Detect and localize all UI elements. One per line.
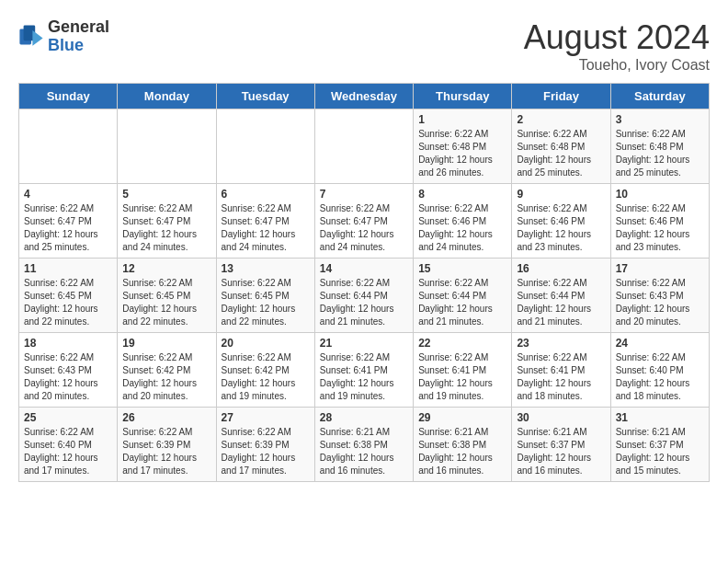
calendar-week-4: 18Sunrise: 6:22 AM Sunset: 6:43 PM Dayli… bbox=[19, 333, 710, 408]
month-year: August 2024 bbox=[524, 18, 710, 57]
day-number: 6 bbox=[222, 188, 310, 201]
calendar-cell: 23Sunrise: 6:22 AM Sunset: 6:41 PM Dayli… bbox=[512, 333, 610, 408]
logo-general: General bbox=[48, 18, 109, 37]
day-number: 12 bbox=[122, 262, 210, 275]
logo: General Blue bbox=[18, 18, 109, 55]
calendar-cell: 7Sunrise: 6:22 AM Sunset: 6:47 PM Daylig… bbox=[314, 184, 413, 259]
calendar-cell: 27Sunrise: 6:22 AM Sunset: 6:39 PM Dayli… bbox=[216, 408, 314, 482]
day-number: 30 bbox=[517, 411, 605, 424]
day-info: Sunrise: 6:22 AM Sunset: 6:40 PM Dayligh… bbox=[616, 351, 704, 403]
location: Toueho, Ivory Coast bbox=[524, 57, 710, 74]
day-header-friday: Friday bbox=[512, 84, 610, 109]
day-info: Sunrise: 6:22 AM Sunset: 6:45 PM Dayligh… bbox=[222, 277, 310, 328]
day-number: 11 bbox=[24, 262, 112, 275]
day-info: Sunrise: 6:22 AM Sunset: 6:47 PM Dayligh… bbox=[222, 202, 310, 254]
calendar-cell: 12Sunrise: 6:22 AM Sunset: 6:45 PM Dayli… bbox=[118, 259, 216, 333]
day-info: Sunrise: 6:22 AM Sunset: 6:41 PM Dayligh… bbox=[418, 351, 506, 403]
calendar-cell: 18Sunrise: 6:22 AM Sunset: 6:43 PM Dayli… bbox=[19, 333, 118, 408]
day-number: 17 bbox=[616, 262, 704, 275]
day-number: 9 bbox=[517, 188, 605, 201]
day-info: Sunrise: 6:22 AM Sunset: 6:46 PM Dayligh… bbox=[418, 202, 506, 254]
day-header-sunday: Sunday bbox=[19, 84, 118, 109]
calendar-cell: 16Sunrise: 6:22 AM Sunset: 6:44 PM Dayli… bbox=[512, 259, 610, 333]
calendar-cell: 28Sunrise: 6:21 AM Sunset: 6:38 PM Dayli… bbox=[314, 408, 413, 482]
day-info: Sunrise: 6:22 AM Sunset: 6:41 PM Dayligh… bbox=[517, 351, 605, 403]
day-info: Sunrise: 6:22 AM Sunset: 6:48 PM Dayligh… bbox=[616, 128, 704, 179]
calendar-cell: 21Sunrise: 6:22 AM Sunset: 6:41 PM Dayli… bbox=[314, 333, 413, 408]
day-header-wednesday: Wednesday bbox=[314, 84, 413, 109]
day-number: 18 bbox=[24, 337, 112, 350]
calendar-cell: 31Sunrise: 6:21 AM Sunset: 6:37 PM Dayli… bbox=[610, 408, 709, 482]
calendar-week-1: 1Sunrise: 6:22 AM Sunset: 6:48 PM Daylig… bbox=[19, 109, 710, 184]
day-number: 3 bbox=[616, 113, 704, 126]
svg-marker-2 bbox=[32, 30, 42, 46]
calendar-cell: 3Sunrise: 6:22 AM Sunset: 6:48 PM Daylig… bbox=[610, 109, 709, 184]
calendar-cell: 20Sunrise: 6:22 AM Sunset: 6:42 PM Dayli… bbox=[216, 333, 314, 408]
logo-icon bbox=[18, 24, 44, 50]
calendar-cell: 13Sunrise: 6:22 AM Sunset: 6:45 PM Dayli… bbox=[216, 259, 314, 333]
day-header-tuesday: Tuesday bbox=[216, 84, 314, 109]
title-block: August 2024 Toueho, Ivory Coast bbox=[524, 18, 710, 74]
calendar-cell: 22Sunrise: 6:22 AM Sunset: 6:41 PM Dayli… bbox=[414, 333, 512, 408]
calendar-cell: 6Sunrise: 6:22 AM Sunset: 6:47 PM Daylig… bbox=[216, 184, 314, 259]
day-number: 19 bbox=[122, 337, 210, 350]
day-info: Sunrise: 6:22 AM Sunset: 6:46 PM Dayligh… bbox=[517, 202, 605, 254]
day-info: Sunrise: 6:21 AM Sunset: 6:38 PM Dayligh… bbox=[418, 426, 506, 477]
day-number: 8 bbox=[418, 188, 506, 201]
day-info: Sunrise: 6:22 AM Sunset: 6:44 PM Dayligh… bbox=[320, 277, 408, 328]
calendar-cell: 10Sunrise: 6:22 AM Sunset: 6:46 PM Dayli… bbox=[610, 184, 709, 259]
day-info: Sunrise: 6:22 AM Sunset: 6:47 PM Dayligh… bbox=[320, 202, 408, 254]
calendar-cell: 19Sunrise: 6:22 AM Sunset: 6:42 PM Dayli… bbox=[118, 333, 216, 408]
calendar-cell: 1Sunrise: 6:22 AM Sunset: 6:48 PM Daylig… bbox=[414, 109, 512, 184]
day-info: Sunrise: 6:22 AM Sunset: 6:45 PM Dayligh… bbox=[24, 277, 112, 328]
calendar-cell: 11Sunrise: 6:22 AM Sunset: 6:45 PM Dayli… bbox=[19, 259, 118, 333]
calendar-cell: 14Sunrise: 6:22 AM Sunset: 6:44 PM Dayli… bbox=[314, 259, 413, 333]
calendar-cell: 4Sunrise: 6:22 AM Sunset: 6:47 PM Daylig… bbox=[19, 184, 118, 259]
day-number: 7 bbox=[320, 188, 408, 201]
day-info: Sunrise: 6:22 AM Sunset: 6:39 PM Dayligh… bbox=[222, 426, 310, 477]
calendar-cell: 17Sunrise: 6:22 AM Sunset: 6:43 PM Dayli… bbox=[610, 259, 709, 333]
day-info: Sunrise: 6:22 AM Sunset: 6:39 PM Dayligh… bbox=[122, 426, 210, 477]
day-number: 29 bbox=[418, 411, 506, 424]
logo-text: General Blue bbox=[48, 18, 109, 55]
day-info: Sunrise: 6:21 AM Sunset: 6:37 PM Dayligh… bbox=[517, 426, 605, 477]
day-info: Sunrise: 6:22 AM Sunset: 6:48 PM Dayligh… bbox=[517, 128, 605, 179]
day-info: Sunrise: 6:22 AM Sunset: 6:46 PM Dayligh… bbox=[616, 202, 704, 254]
day-info: Sunrise: 6:22 AM Sunset: 6:43 PM Dayligh… bbox=[616, 277, 704, 328]
day-header-saturday: Saturday bbox=[610, 84, 709, 109]
day-info: Sunrise: 6:22 AM Sunset: 6:47 PM Dayligh… bbox=[122, 202, 210, 254]
day-info: Sunrise: 6:22 AM Sunset: 6:44 PM Dayligh… bbox=[418, 277, 506, 328]
calendar-cell: 9Sunrise: 6:22 AM Sunset: 6:46 PM Daylig… bbox=[512, 184, 610, 259]
calendar-cell: 2Sunrise: 6:22 AM Sunset: 6:48 PM Daylig… bbox=[512, 109, 610, 184]
calendar-week-5: 25Sunrise: 6:22 AM Sunset: 6:40 PM Dayli… bbox=[19, 408, 710, 482]
day-info: Sunrise: 6:22 AM Sunset: 6:44 PM Dayligh… bbox=[517, 277, 605, 328]
calendar-cell: 15Sunrise: 6:22 AM Sunset: 6:44 PM Dayli… bbox=[414, 259, 512, 333]
day-number: 23 bbox=[517, 337, 605, 350]
day-info: Sunrise: 6:22 AM Sunset: 6:42 PM Dayligh… bbox=[122, 351, 210, 403]
day-number: 10 bbox=[616, 188, 704, 201]
page-header: General Blue August 2024 Toueho, Ivory C… bbox=[18, 18, 710, 74]
day-number: 26 bbox=[122, 411, 210, 424]
calendar-cell bbox=[216, 109, 314, 184]
day-number: 13 bbox=[222, 262, 310, 275]
day-number: 24 bbox=[616, 337, 704, 350]
calendar-cell bbox=[118, 109, 216, 184]
header-row: SundayMondayTuesdayWednesdayThursdayFrid… bbox=[19, 84, 710, 109]
day-info: Sunrise: 6:22 AM Sunset: 6:42 PM Dayligh… bbox=[222, 351, 310, 403]
day-info: Sunrise: 6:22 AM Sunset: 6:47 PM Dayligh… bbox=[24, 202, 112, 254]
calendar-cell: 5Sunrise: 6:22 AM Sunset: 6:47 PM Daylig… bbox=[118, 184, 216, 259]
calendar-cell: 29Sunrise: 6:21 AM Sunset: 6:38 PM Dayli… bbox=[414, 408, 512, 482]
day-number: 5 bbox=[122, 188, 210, 201]
day-number: 21 bbox=[320, 337, 408, 350]
calendar-cell: 30Sunrise: 6:21 AM Sunset: 6:37 PM Dayli… bbox=[512, 408, 610, 482]
logo-blue: Blue bbox=[48, 37, 109, 55]
day-number: 28 bbox=[320, 411, 408, 424]
calendar-cell bbox=[19, 109, 118, 184]
calendar-cell: 8Sunrise: 6:22 AM Sunset: 6:46 PM Daylig… bbox=[414, 184, 512, 259]
day-info: Sunrise: 6:22 AM Sunset: 6:48 PM Dayligh… bbox=[418, 128, 506, 179]
day-info: Sunrise: 6:22 AM Sunset: 6:43 PM Dayligh… bbox=[24, 351, 112, 403]
day-number: 2 bbox=[517, 113, 605, 126]
calendar-cell: 24Sunrise: 6:22 AM Sunset: 6:40 PM Dayli… bbox=[610, 333, 709, 408]
calendar-cell: 26Sunrise: 6:22 AM Sunset: 6:39 PM Dayli… bbox=[118, 408, 216, 482]
day-header-monday: Monday bbox=[118, 84, 216, 109]
